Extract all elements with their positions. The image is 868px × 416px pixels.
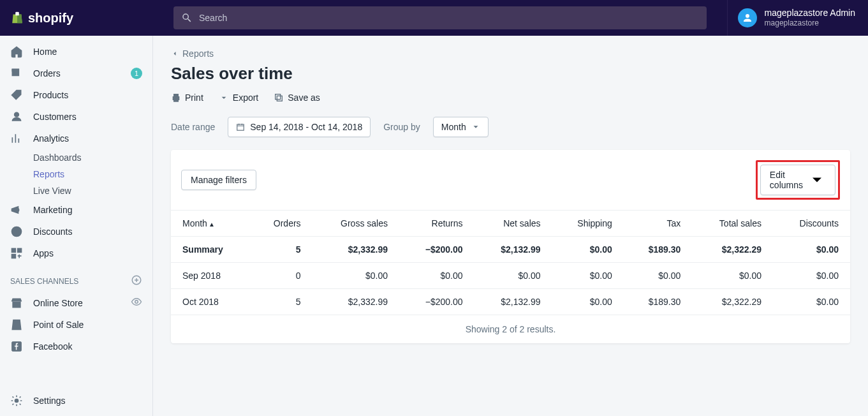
user-menu[interactable]: mageplazastore Admin mageplazastore (727, 0, 868, 36)
sidebar-item-label: Marketing (33, 205, 72, 215)
sidebar-item-label: Settings (33, 396, 66, 406)
col-gross[interactable]: Gross sales (313, 211, 399, 237)
sidebar-item-label: Orders (33, 68, 61, 78)
breadcrumb-back[interactable]: Reports (171, 48, 850, 59)
sidebar-item-label: Customers (33, 112, 77, 122)
calendar-icon (236, 123, 245, 131)
group-by-picker[interactable]: Month (433, 117, 489, 137)
sidebar-item-analytics[interactable]: Analytics (0, 128, 152, 149)
export-button[interactable]: Export (219, 93, 258, 103)
sidebar-sub-dashboards[interactable]: Dashboards (0, 149, 152, 166)
sidebar-item-label: Online Store (33, 298, 83, 308)
logo-area: shopify (0, 10, 153, 26)
sidebar-item-discounts[interactable]: Discounts (0, 221, 152, 242)
sidebar: Home Orders 1 Products Customers Analyti… (0, 36, 153, 416)
svg-rect-15 (237, 124, 244, 130)
tag-icon (10, 89, 23, 101)
facebook-icon (10, 340, 23, 353)
table-header-row: Month▲ Orders Gross sales Returns Net sa… (171, 211, 850, 237)
table-row: Oct 2018 5 $2,332.99 −$200.00 $2,132.99 … (171, 289, 850, 315)
person-icon (10, 110, 23, 123)
edit-columns-highlight: Edit columns (756, 160, 840, 200)
analytics-icon (10, 132, 23, 145)
sidebar-item-label: Apps (33, 248, 54, 258)
sales-table: Month▲ Orders Gross sales Returns Net sa… (171, 211, 850, 315)
svg-rect-14 (276, 94, 281, 100)
shopify-bag-icon (10, 10, 24, 26)
date-range-picker[interactable]: Sep 14, 2018 - Oct 14, 2018 (228, 117, 371, 137)
brand-text: shopify (28, 11, 73, 26)
person-icon (742, 12, 753, 24)
col-returns[interactable]: Returns (399, 211, 474, 237)
results-note: Showing 2 of 2 results. (171, 315, 850, 343)
topbar: shopify Search mageplazastore Admin mage… (0, 0, 868, 36)
print-icon (171, 93, 181, 103)
user-store: mageplazastore (765, 19, 855, 27)
sidebar-item-home[interactable]: Home (0, 41, 152, 63)
main-content: Reports Sales over time Print Export Sav… (153, 36, 868, 416)
search-placeholder: Search (199, 13, 227, 23)
sidebar-item-products[interactable]: Products (0, 84, 152, 106)
store-icon (10, 297, 23, 309)
report-card: Manage filters Edit columns Month▲ Order… (171, 150, 850, 343)
sidebar-item-facebook[interactable]: Facebook (0, 336, 152, 357)
col-tax[interactable]: Tax (624, 211, 692, 237)
search-input[interactable]: Search (173, 6, 707, 29)
user-info: mageplazastore Admin mageplazastore (765, 8, 855, 27)
sidebar-item-label: Home (33, 47, 57, 57)
svg-rect-7 (18, 249, 22, 253)
search-area: Search (153, 6, 727, 29)
svg-rect-13 (277, 96, 283, 101)
col-orders[interactable]: Orders (250, 211, 313, 237)
chevron-left-icon (171, 50, 179, 57)
print-button[interactable]: Print (171, 93, 203, 103)
col-net[interactable]: Net sales (474, 211, 552, 237)
col-shipping[interactable]: Shipping (552, 211, 624, 237)
svg-point-10 (135, 301, 138, 304)
sidebar-item-customers[interactable]: Customers (0, 106, 152, 128)
add-channel-button[interactable] (131, 274, 142, 288)
manage-filters-button[interactable]: Manage filters (181, 170, 256, 190)
sidebar-item-online-store[interactable]: Online Store (0, 292, 152, 314)
sidebar-sub-liveview[interactable]: Live View (0, 182, 152, 199)
caret-down-icon (471, 123, 480, 131)
svg-point-12 (15, 399, 18, 403)
caret-down-icon (808, 171, 826, 189)
orders-badge: 1 (131, 68, 142, 79)
saveas-button[interactable]: Save as (274, 93, 320, 103)
svg-rect-8 (12, 255, 16, 258)
sidebar-item-settings[interactable]: Settings (0, 390, 152, 416)
col-discounts[interactable]: Discounts (773, 211, 850, 237)
apps-icon (10, 247, 23, 260)
avatar (738, 8, 757, 27)
search-icon (181, 12, 193, 24)
action-row: Print Export Save as (171, 93, 850, 103)
sidebar-item-label: Products (33, 90, 68, 100)
copy-icon (274, 93, 284, 103)
table-row: Sep 2018 0 $0.00 $0.00 $0.00 $0.00 $0.00… (171, 263, 850, 289)
download-icon (219, 93, 229, 103)
user-name: mageplazastore Admin (765, 8, 855, 19)
page-title: Sales over time (171, 64, 850, 84)
orders-icon (10, 67, 23, 80)
svg-point-1 (18, 93, 20, 94)
col-total[interactable]: Total sales (692, 211, 773, 237)
discount-icon (10, 225, 23, 238)
edit-columns-button[interactable]: Edit columns (760, 165, 835, 195)
sidebar-item-marketing[interactable]: Marketing (0, 199, 152, 221)
filter-row: Date range Sep 14, 2018 - Oct 14, 2018 G… (171, 117, 850, 137)
eye-icon[interactable] (131, 296, 142, 309)
sidebar-item-label: Facebook (33, 341, 72, 352)
home-icon (10, 45, 23, 58)
svg-rect-6 (12, 249, 16, 253)
sidebar-item-label: Discounts (33, 227, 72, 237)
group-by-label: Group by (383, 122, 420, 132)
sidebar-sub-reports[interactable]: Reports (0, 166, 152, 182)
sidebar-item-orders[interactable]: Orders 1 (0, 63, 152, 84)
sidebar-item-apps[interactable]: Apps (0, 242, 152, 264)
sidebar-item-pos[interactable]: Point of Sale (0, 314, 152, 336)
shopify-logo[interactable]: shopify (10, 10, 73, 26)
svg-point-2 (15, 112, 19, 117)
megaphone-icon (10, 204, 23, 216)
col-month[interactable]: Month▲ (171, 211, 250, 237)
